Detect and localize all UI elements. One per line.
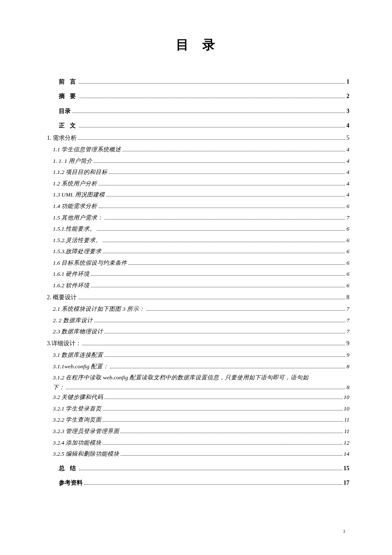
- toc-entry: 1.1 学生信息管理系统概述4: [47, 145, 349, 154]
- toc-leader-dots: [66, 386, 345, 390]
- toc-entry-label: 3.2.4 添加功能模块: [53, 438, 101, 448]
- toc-entry: 1.6.2 软件环境6: [47, 281, 349, 290]
- toc-leader-dots: [103, 407, 342, 410]
- toc-entry-page: 11: [344, 415, 350, 425]
- toc-entry-label: 前 言: [59, 77, 78, 87]
- toc-entry-page: 4: [346, 190, 349, 199]
- toc-entry-page: 3: [346, 107, 349, 116]
- toc-entry-label: 目录: [59, 107, 71, 116]
- toc-entry: 3.2.2 学生查询页面11: [47, 415, 349, 425]
- toc-leader-dots: [104, 396, 342, 399]
- toc-entry: 2. 概要设计8: [47, 293, 349, 302]
- toc-entry-page: 7: [346, 316, 349, 325]
- toc-entry-wrapped: 3.1.2 在程序中读取 web.config 配置读取文档中的数据库设置信息，…: [47, 373, 349, 393]
- toc-leader-dots: [79, 95, 346, 98]
- toc-entry-label: 正 文: [59, 121, 78, 130]
- toc-entry: 1.5.3.故障处理要求6: [47, 247, 349, 256]
- toc-entry: 1.2 系统用户分析4: [47, 179, 349, 188]
- toc-leader-dots: [104, 216, 345, 220]
- toc-entry-page: 11: [344, 427, 350, 436]
- toc-entry-label: 3.1 数据库连接配置: [53, 350, 103, 360]
- toc-entry-page: 17: [343, 478, 349, 488]
- toc-entry-page: 10: [344, 404, 350, 413]
- toc-leader-dots: [79, 467, 343, 470]
- toc-title: 目 录: [47, 36, 349, 54]
- toc-entry-page: 6: [346, 202, 349, 211]
- toc-entry: 3.1 数据库连接配置9: [47, 350, 349, 360]
- toc-entry-page: 12: [344, 438, 350, 448]
- toc-leader-dots: [78, 296, 345, 299]
- footer-page-number: 3: [343, 529, 345, 534]
- toc-entry-label: 1.2 系统用户分析: [53, 179, 97, 188]
- toc-entry-label: 3.1.1web.config 配置：: [53, 362, 109, 371]
- toc-entry-label: 3.2 关键步骤和代码: [53, 393, 103, 402]
- toc-entry: 2. 2 数据库设计7: [47, 316, 349, 325]
- toc-leader-dots: [72, 110, 345, 113]
- toc-entry-label: 1.3 UML 用况图建模: [53, 190, 105, 199]
- toc-leader-dots: [103, 239, 345, 242]
- toc-leader-dots: [103, 419, 343, 422]
- toc-leader-dots: [97, 227, 345, 231]
- toc-entry-label: 2. 2 数据库设计: [53, 316, 93, 325]
- toc-leader-dots: [78, 136, 345, 140]
- toc-entry-label: 1.6.1 硬件环境: [53, 269, 89, 279]
- toc-leader-dots: [104, 353, 345, 357]
- toc-entry-page: 7: [346, 304, 349, 314]
- toc-entry-page: 6: [346, 281, 349, 290]
- toc-leader-dots: [121, 430, 343, 433]
- toc-entry: 2.3 数据库物理设计7: [47, 327, 349, 336]
- toc-leader-dots: [110, 365, 345, 368]
- toc-entry: 摘 要2: [47, 92, 349, 101]
- toc-entry-label: 3.2.1 学生登录首页: [53, 404, 101, 413]
- toc-entry-label: 3.2.5 编辑和删除功能模块: [53, 449, 119, 459]
- toc-leader-dots: [94, 319, 346, 322]
- toc-entry-page: 6: [346, 258, 349, 268]
- toc-entry: 3.2.4 添加功能模块12: [47, 438, 349, 448]
- toc-entry: 1.5.1.性能要求。6: [47, 224, 349, 234]
- toc-entry-page: 8: [346, 362, 349, 371]
- toc-entry: 2.1 系统模块设计如下图图 3 所示：7: [47, 304, 349, 314]
- toc-entry: 1.4 功能需求分析6: [47, 202, 349, 211]
- toc-entry-page: 14: [344, 449, 350, 459]
- toc-entry-page: 6: [346, 224, 349, 234]
- toc-entry-page: 5: [346, 133, 349, 143]
- toc-leader-dots: [91, 284, 345, 287]
- toc-leader-dots: [104, 330, 345, 334]
- toc-entry: 目录3: [47, 107, 349, 116]
- toc-entry-page: 8: [346, 293, 349, 302]
- toc-entry-label: 1.1 学生信息管理系统概述: [53, 145, 121, 154]
- toc-entry: 正 文4: [47, 121, 349, 130]
- toc-entry-page: 6: [346, 247, 349, 256]
- toc-entry-label: 3.详细设计：: [47, 339, 81, 348]
- toc-entry-page: 7: [346, 213, 349, 223]
- toc-leader-dots: [79, 124, 346, 127]
- toc-leader-dots: [146, 307, 346, 311]
- toc-leader-dots: [109, 171, 345, 174]
- toc-entry-label: 3.2.2 学生查询页面: [53, 415, 101, 425]
- toc-entry-page: 4: [346, 121, 349, 130]
- toc-entry-page: 7: [346, 327, 349, 336]
- toc-leader-dots: [98, 205, 345, 208]
- toc-entry: 1. 需求分析5: [47, 133, 349, 143]
- toc-entry: 3.2 关键步骤和代码10: [47, 393, 349, 402]
- toc-entry-page: 9: [346, 350, 349, 360]
- toc-entry-label: 1.6.2 软件环境: [53, 281, 89, 290]
- toc-entry-page: 6: [346, 269, 349, 279]
- toc-entry: 3.2.1 学生登录首页10: [47, 404, 349, 413]
- toc-entry-label: 参考资料: [59, 478, 83, 488]
- toc-entry-page: 4: [346, 179, 349, 188]
- toc-entry-label: 下：: [53, 383, 65, 393]
- toc-leader-dots: [84, 481, 342, 485]
- toc-entry-label: 总 结: [59, 464, 78, 473]
- toc-leader-dots: [83, 342, 346, 345]
- toc-entry: 总 结15: [47, 464, 349, 473]
- toc-leader-dots: [121, 453, 342, 456]
- toc-leader-dots: [98, 182, 345, 185]
- toc-entry: 参考资料17: [47, 478, 349, 488]
- toc-leader-dots: [79, 80, 346, 84]
- toc-entry-page: 9: [346, 339, 349, 348]
- toc-entry: 1.5.2.灵活性要求。6: [47, 236, 349, 245]
- toc-entry-label: 1.6 目标系统假设与约束条件: [53, 258, 127, 268]
- toc-entry: 3.1.1web.config 配置：8: [47, 362, 349, 371]
- toc-entry-label: 1.1.2 项目目的和目标: [53, 168, 107, 177]
